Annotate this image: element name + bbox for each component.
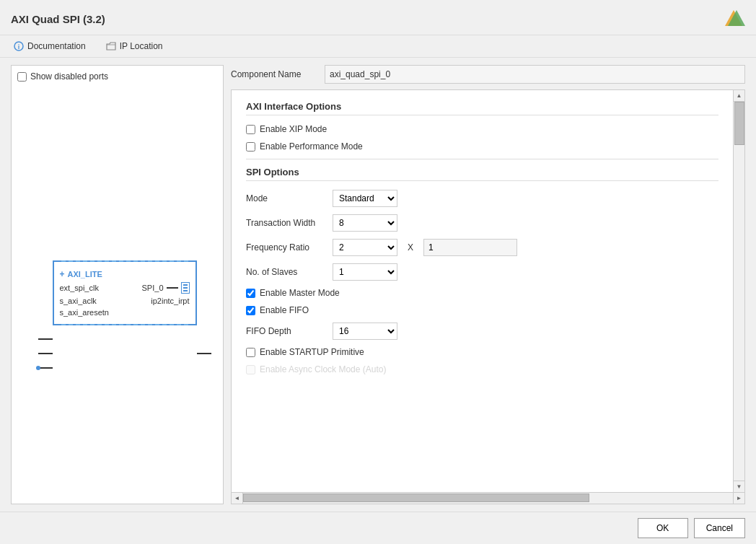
- folder-icon: [106, 41, 116, 51]
- component-name-input[interactable]: [325, 65, 745, 84]
- transaction-width-select[interactable]: 8 16 32: [333, 214, 397, 232]
- title-bar: AXI Quad SPI (3.2): [0, 0, 756, 35]
- show-ports-row: Show disabled ports: [17, 71, 217, 82]
- mode-row: Mode Standard Dual Quad: [246, 190, 718, 207]
- scroll-up-icon: ▲: [737, 92, 742, 99]
- enable-async-clock-mode-row: Enable Async Clock Mode (Auto): [246, 364, 718, 374]
- left-panel: Show disabled ports +: [11, 65, 224, 504]
- documentation-button[interactable]: i Documentation: [11, 40, 89, 53]
- fifo-depth-select[interactable]: 16 256: [333, 323, 397, 340]
- ip-location-button[interactable]: IP Location: [103, 40, 166, 53]
- mode-select[interactable]: Standard Dual Quad: [333, 190, 397, 207]
- enable-master-mode-checkbox[interactable]: [246, 289, 255, 298]
- port-row-s-axi-aresetn: s_axi_aresetn: [54, 307, 195, 318]
- show-disabled-ports-checkbox[interactable]: [17, 72, 27, 82]
- transaction-width-label: Transaction Width: [246, 218, 325, 228]
- scroll-right-button[interactable]: ►: [733, 493, 744, 504]
- info-icon: i: [14, 41, 24, 51]
- axi-interface-title: AXI Interface Options: [246, 101, 718, 115]
- enable-master-mode-row: Enable Master Mode: [246, 288, 718, 298]
- enable-xip-mode-checkbox[interactable]: [246, 125, 255, 134]
- port-ext-spi-clk: ext_spi_clk: [60, 284, 99, 292]
- frequency-ratio-select[interactable]: 2 4 8 16 32 64: [333, 239, 397, 256]
- content-area: Show disabled ports +: [0, 58, 756, 512]
- right-panel: Component Name AXI Interface Options Ena…: [231, 65, 745, 504]
- port-row-s-axi-aclk: s_axi_aclk ip2intc_irpt: [54, 295, 195, 307]
- enable-master-mode-label[interactable]: Enable Master Mode: [246, 288, 340, 298]
- xilinx-logo: [722, 7, 745, 30]
- spi-options-title: SPI Options: [246, 167, 718, 181]
- enable-fifo-label[interactable]: Enable FIFO: [246, 305, 309, 315]
- port-s-axi-aclk: s_axi_aclk: [60, 297, 97, 305]
- config-panel: AXI Interface Options Enable XIP Mode En…: [231, 89, 745, 504]
- port-ip2intc-irpt: ip2intc_irpt: [151, 297, 189, 305]
- scroll-track: [243, 493, 733, 504]
- scroll-right-icon: ►: [737, 495, 742, 501]
- port-s-axi-aresetn: s_axi_aresetn: [60, 308, 110, 317]
- show-disabled-ports-label[interactable]: Show disabled ports: [30, 71, 108, 82]
- frequency-ratio-input[interactable]: [423, 239, 517, 256]
- horizontal-scrollbar[interactable]: ◄ ►: [232, 492, 744, 504]
- enable-performance-mode-row: Enable Performance Mode: [246, 141, 718, 152]
- footer: OK Cancel: [0, 512, 756, 544]
- port-row-ext-spi-clk: ext_spi_clk SPI_0: [54, 281, 195, 295]
- enable-async-clock-mode-checkbox: [246, 365, 255, 374]
- scroll-thumb[interactable]: [734, 102, 744, 145]
- config-content: AXI Interface Options Enable XIP Mode En…: [246, 101, 730, 374]
- config-scroll-area[interactable]: AXI Interface Options Enable XIP Mode En…: [232, 90, 744, 492]
- ok-button[interactable]: OK: [638, 518, 688, 538]
- enable-xip-mode-row: Enable XIP Mode: [246, 124, 718, 134]
- svg-text:i: i: [18, 43, 20, 51]
- frequency-ratio-x-label: X: [408, 242, 413, 253]
- no-of-slaves-select[interactable]: 1 2 3 4: [333, 263, 397, 281]
- plus-icon: +: [60, 269, 65, 279]
- scroll-up-button[interactable]: ▲: [734, 90, 744, 102]
- ip-block-title: AXI_LITE: [68, 270, 102, 278]
- enable-startup-primitive-row: Enable STARTUP Primitive: [246, 347, 718, 357]
- no-of-slaves-row: No. of Slaves 1 2 3 4: [246, 263, 718, 281]
- component-name-row: Component Name: [231, 65, 745, 84]
- main-window: AXI Quad SPI (3.2) i Documentation: [0, 0, 756, 544]
- scroll-down-button[interactable]: ▼: [734, 481, 744, 492]
- enable-async-clock-mode-label: Enable Async Clock Mode (Auto): [246, 364, 386, 374]
- ip-block: + AXI_LITE ext_spi_clk SPI_0: [53, 260, 197, 325]
- no-of-slaves-label: No. of Slaves: [246, 267, 325, 277]
- enable-performance-mode-checkbox[interactable]: [246, 142, 255, 152]
- scroll-left-icon: ◄: [234, 495, 240, 501]
- enable-fifo-row: Enable FIFO: [246, 305, 718, 315]
- fifo-depth-label: FIFO Depth: [246, 326, 325, 336]
- ip-location-label: IP Location: [120, 41, 163, 51]
- enable-xip-mode-label[interactable]: Enable XIP Mode: [246, 124, 327, 134]
- enable-startup-primitive-label[interactable]: Enable STARTUP Primitive: [246, 347, 364, 357]
- mode-label: Mode: [246, 193, 325, 203]
- cancel-button[interactable]: Cancel: [694, 518, 745, 538]
- port-spi0: SPI_0: [142, 284, 164, 292]
- ip-block-header: + AXI_LITE: [54, 268, 195, 281]
- divider-1: [246, 159, 718, 159]
- scroll-down-icon: ▼: [737, 483, 742, 490]
- transaction-width-row: Transaction Width 8 16 32: [246, 214, 718, 232]
- documentation-label: Documentation: [27, 41, 86, 51]
- block-diagram: + AXI_LITE ext_spi_clk SPI_0: [17, 87, 217, 498]
- fifo-depth-row: FIFO Depth 16 256: [246, 323, 718, 340]
- component-name-label: Component Name: [231, 69, 317, 79]
- enable-startup-primitive-checkbox[interactable]: [246, 348, 255, 357]
- frequency-ratio-row: Frequency Ratio 2 4 8 16 32 64 X: [246, 239, 718, 256]
- enable-performance-mode-label[interactable]: Enable Performance Mode: [246, 141, 363, 152]
- scroll-left-button[interactable]: ◄: [232, 493, 243, 504]
- vertical-scrollbar[interactable]: ▲ ▼: [733, 90, 744, 504]
- toolbar: i Documentation IP Location: [0, 35, 756, 58]
- h-scroll-thumb[interactable]: [243, 493, 589, 502]
- frequency-ratio-label: Frequency Ratio: [246, 242, 325, 253]
- window-title: AXI Quad SPI (3.2): [11, 13, 105, 25]
- enable-fifo-checkbox[interactable]: [246, 306, 255, 315]
